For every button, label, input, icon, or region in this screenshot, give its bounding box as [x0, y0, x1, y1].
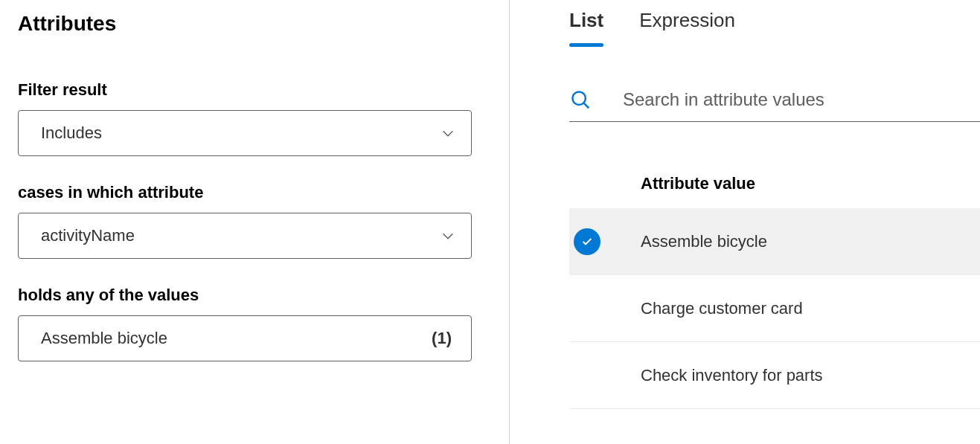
chevron-down-icon — [440, 228, 456, 244]
cases-attribute-select[interactable]: activityName — [18, 213, 472, 259]
search-icon — [569, 89, 592, 111]
list-item-label: Check inventory for parts — [641, 366, 823, 385]
panel-title: Attributes — [18, 12, 491, 36]
holds-values-label: holds any of the values — [18, 286, 491, 305]
filter-result-group: Filter result Includes — [18, 80, 491, 156]
tab-list[interactable]: List — [569, 9, 603, 47]
check-icon — [574, 228, 601, 255]
list-item[interactable]: Charge customer card — [569, 275, 980, 342]
filter-result-value: Includes — [41, 123, 102, 143]
holds-values-group: holds any of the values Assemble bicycle… — [18, 286, 491, 361]
cases-attribute-value: activityName — [41, 226, 135, 245]
filter-result-select[interactable]: Includes — [18, 110, 472, 156]
column-header: Attribute value — [641, 174, 980, 193]
cases-attribute-label: cases in which attribute — [18, 183, 491, 202]
attributes-panel: Attributes Filter result Includes cases … — [0, 0, 510, 444]
value-list: Assemble bicycle Charge customer card Ch… — [569, 208, 980, 409]
filter-result-label: Filter result — [18, 80, 491, 100]
list-item[interactable]: Assemble bicycle — [569, 208, 980, 275]
list-item-label: Charge customer card — [641, 299, 803, 318]
svg-line-1 — [583, 103, 589, 108]
holds-values-select[interactable]: Assemble bicycle (1) — [18, 315, 472, 361]
search-row — [569, 89, 980, 122]
search-input[interactable] — [623, 89, 980, 110]
tab-expression[interactable]: Expression — [639, 9, 735, 47]
tabs: List Expression — [569, 0, 980, 47]
chevron-down-icon — [440, 125, 456, 141]
cases-attribute-group: cases in which attribute activityName — [18, 183, 491, 259]
list-item[interactable]: Check inventory for parts — [569, 342, 980, 409]
list-item-label: Assemble bicycle — [641, 232, 767, 251]
values-panel: List Expression Attribute value Assemble… — [510, 0, 980, 444]
holds-values-count: (1) — [432, 329, 452, 348]
holds-values-value: Assemble bicycle — [41, 329, 167, 348]
svg-point-0 — [572, 91, 586, 105]
